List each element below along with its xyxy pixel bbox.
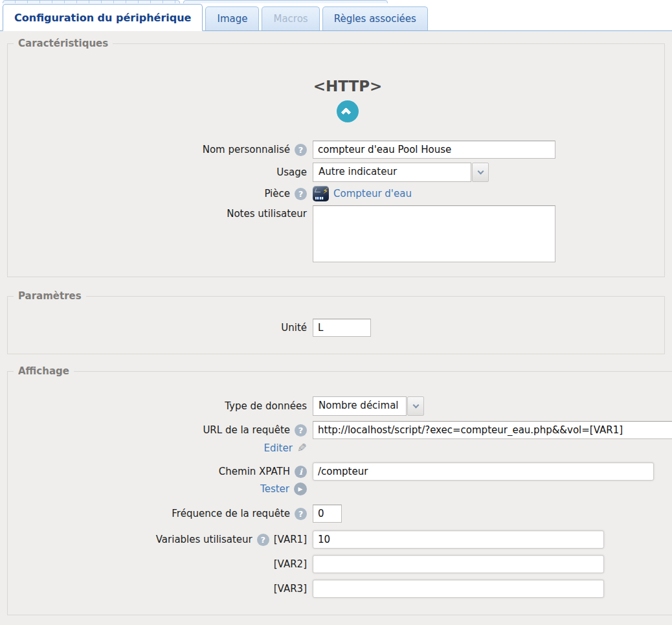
var3-name: [VAR3] [274, 583, 307, 595]
room-link[interactable]: Compteur d'eau [333, 188, 412, 199]
gauge-needle-icon [315, 188, 322, 192]
info-icon[interactable]: i [295, 466, 307, 478]
tab-macros[interactable]: Macros [262, 6, 319, 30]
help-icon[interactable]: ? [295, 188, 307, 200]
field-row-nom: Nom personnalisé ? [8, 141, 664, 159]
notes-label: Notes utilisateur [227, 208, 307, 220]
field-row-unite: Unité [8, 319, 664, 337]
counter-digits-icon [315, 197, 324, 199]
nom-input[interactable] [313, 141, 555, 159]
type-donnees-dropdown-button[interactable] [407, 396, 424, 416]
help-icon[interactable]: ? [257, 534, 269, 546]
cropped-tab-edge [3, 0, 180, 3]
field-row-tester: Tester ▶ [8, 483, 672, 495]
legend-parametres: Paramètres [14, 290, 86, 302]
play-icon[interactable]: ▶ [294, 483, 307, 495]
url-input[interactable] [313, 421, 672, 439]
field-row-var2: [VAR2] [8, 555, 672, 573]
tab-image[interactable]: Image [205, 6, 259, 30]
field-row-piece: Pièce ? ⚡ Compteur d'eau [8, 186, 664, 201]
section-affichage: Affichage Type de données Nombre décimal… [7, 365, 672, 615]
piece-label: Pièce [264, 188, 290, 199]
url-label: URL de la requête [203, 424, 290, 436]
lightning-bolt-icon: ⚡ [323, 187, 328, 195]
field-row-frequence: Fréquence de la requête ? [8, 505, 672, 523]
field-row-var1: Variables utilisateur ? [VAR1] [8, 530, 672, 549]
arrow-up-circle-icon [337, 100, 359, 122]
field-row-url: URL de la requête ? [8, 421, 672, 439]
unite-label: Unité [281, 322, 307, 334]
help-icon[interactable]: ? [295, 144, 307, 156]
frequence-input[interactable] [313, 505, 342, 523]
type-donnees-selected-value[interactable]: Nombre décimal [313, 396, 407, 416]
var1-input[interactable] [313, 530, 604, 549]
help-icon[interactable]: ? [295, 424, 307, 437]
type-donnees-label: Type de données [225, 400, 307, 412]
var3-input[interactable] [313, 580, 604, 598]
chevron-down-icon [412, 402, 419, 408]
field-row-type-donnees: Type de données Nombre décimal [8, 396, 672, 416]
chevron-up-icon [341, 108, 352, 118]
chevron-down-icon [477, 168, 484, 174]
main-content: Caractéristiques <HTTP> Nom personnalisé… [0, 31, 672, 615]
field-row-editer: Editer ✎ [8, 441, 672, 455]
editer-link[interactable]: Editer [263, 442, 292, 454]
cropped-tab-row [0, 0, 672, 3]
usage-selected-value[interactable]: Autre indicateur [313, 163, 471, 182]
unite-input[interactable] [313, 319, 371, 337]
type-donnees-select[interactable]: Nombre décimal [313, 396, 424, 416]
usage-dropdown-button[interactable] [472, 163, 489, 182]
nom-label: Nom personnalisé [203, 144, 290, 155]
meter-device-icon: ⚡ [313, 186, 329, 201]
usage-label: Usage [276, 166, 307, 178]
field-row-usage: Usage Autre indicateur [8, 163, 664, 182]
tab-bar: Configuration du périphérique Image Macr… [0, 0, 672, 31]
device-type-label: <HTTP> [299, 78, 396, 95]
tab-regles-associees[interactable]: Règles associées [322, 6, 428, 30]
field-row-xpath: Chemin XPATH i [8, 462, 672, 481]
field-row-var3: [VAR3] [8, 580, 672, 598]
usage-select[interactable]: Autre indicateur [313, 163, 489, 182]
field-row-notes: Notes utilisateur [8, 205, 664, 262]
var2-input[interactable] [313, 555, 604, 573]
section-parametres: Paramètres Unité [7, 290, 665, 354]
tab-configuration-du-peripherique[interactable]: Configuration du périphérique [3, 4, 203, 31]
help-icon[interactable]: ? [295, 508, 307, 520]
xpath-input[interactable] [313, 462, 654, 481]
tester-link[interactable]: Tester [260, 483, 289, 495]
device-type-logo: <HTTP> [299, 78, 396, 122]
cropped-tab-edge [183, 0, 388, 3]
xpath-label: Chemin XPATH [219, 466, 290, 477]
var1-name: [VAR1] [274, 534, 307, 545]
section-caracteristiques: Caractéristiques <HTTP> Nom personnalisé… [7, 38, 665, 277]
device-config-page: Configuration du périphérique Image Macr… [0, 0, 672, 615]
notes-textarea[interactable] [313, 205, 555, 262]
legend-affichage: Affichage [14, 365, 74, 377]
pencil-icon[interactable]: ✎ [297, 441, 307, 455]
legend-caracteristiques: Caractéristiques [14, 38, 113, 49]
frequence-label: Fréquence de la requête [172, 508, 290, 519]
variables-label: Variables utilisateur [156, 534, 252, 545]
var2-name: [VAR2] [274, 558, 307, 570]
